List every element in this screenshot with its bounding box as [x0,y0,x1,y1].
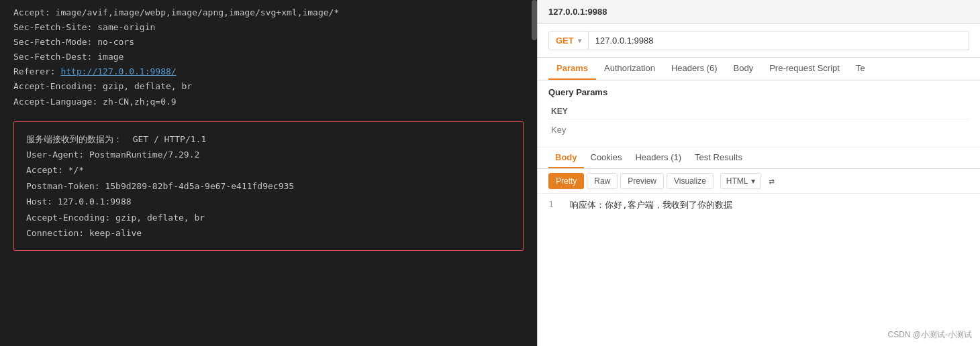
body-format-bar: Pretty Raw Preview Visualize HTML ▾ ⇄ [538,169,980,194]
window-title: 127.0.0.1:9988 [548,7,607,17]
method-label: GET [556,36,574,46]
watermark: CSDN @小测试-小测试 [887,329,972,341]
server-data-line-5: Host: 127.0.0.1:9988 [26,194,511,209]
body-tab-headers[interactable]: Headers (1) [628,148,688,168]
format-type-select[interactable]: HTML ▾ [720,173,761,189]
chevron-down-icon: ▾ [751,176,755,186]
accept-header-line: Accept: image/avif,image/webp,image/apng… [13,5,524,20]
tab-authorization[interactable]: Authorization [596,58,663,80]
response-text: 响应体：你好,客户端，我收到了你的数据 [570,199,732,341]
params-table-header: KEY [548,104,969,119]
sec-fetch-mode-line: Sec-Fetch-Mode: no-cors [13,35,524,50]
sec-fetch-dest-line: Sec-Fetch-Dest: image [13,50,524,64]
header-lines: Accept: image/avif,image/webp,image/apng… [13,0,524,109]
accept-language-line: Accept-Language: zh-CN,zh;q=0.9 [13,95,524,109]
accept-encoding-line: Accept-Encoding: gzip, deflate, br [13,79,524,94]
key-column-header: KEY [548,107,969,116]
server-data-line-2: User-Agent: PostmanRuntime/7.29.2 [26,147,511,162]
left-panel: Accept: image/avif,image/webp,image/apng… [0,0,537,346]
params-key-row [548,119,969,140]
server-data-line-7: Connection: keep-alive [26,225,511,241]
chevron-down-icon: ▾ [578,37,581,44]
response-body: 1 响应体：你好,客户端，我收到了你的数据 [538,194,980,346]
server-data-box: 服务端接收到的数据为： GET / HTTP/1.1 User-Agent: P… [13,121,524,251]
right-panel: 127.0.0.1:9988 GET ▾ Params Authorizatio… [537,0,980,346]
wrap-icon[interactable]: ⇄ [769,176,775,186]
url-input[interactable] [589,31,969,50]
referer-url[interactable]: http://127.0.0.1:9988/ [60,66,176,76]
tab-headers[interactable]: Headers (6) [663,58,726,80]
body-tabs-section: Body Cookies Headers (1) Test Results Pr… [538,148,980,346]
server-data-line-4: Postman-Token: 15b9d289-82bf-4d5a-9e67-e… [26,178,511,194]
body-tabs: Body Cookies Headers (1) Test Results [538,148,980,169]
method-selector[interactable]: GET ▾ [548,31,589,50]
response-line-number: 1 [548,199,565,341]
query-params-title: Query Params [548,87,969,97]
params-key-input[interactable] [548,123,969,136]
body-tab-test-results[interactable]: Test Results [688,148,749,168]
body-tab-body[interactable]: Body [548,148,584,168]
tab-pre-request-script[interactable]: Pre-request Script [761,58,848,80]
format-pretty-button[interactable]: Pretty [548,173,584,189]
tab-params[interactable]: Params [548,58,596,80]
format-visualize-button[interactable]: Visualize [667,173,714,189]
tab-body[interactable]: Body [726,58,762,80]
url-bar: GET ▾ [538,24,980,58]
server-data-line-6: Accept-Encoding: gzip, deflate, br [26,210,511,225]
query-params-section: Query Params KEY [538,80,980,148]
format-type-label: HTML [726,176,748,186]
server-data-line-1: 服务端接收到的数据为： GET / HTTP/1.1 [26,131,511,147]
server-data-line-3: Accept: */* [26,162,511,178]
title-bar: 127.0.0.1:9988 [538,0,980,24]
format-raw-button[interactable]: Raw [587,173,618,189]
referer-line: Referer: http://127.0.0.1:9988/ [13,64,524,79]
scrollbar[interactable] [532,0,537,40]
sec-fetch-site-line: Sec-Fetch-Site: same-origin [13,20,524,35]
request-tabs: Params Authorization Headers (6) Body Pr… [538,58,980,80]
tab-te[interactable]: Te [848,58,873,80]
body-tab-cookies[interactable]: Cookies [584,148,629,168]
format-preview-button[interactable]: Preview [620,173,664,189]
